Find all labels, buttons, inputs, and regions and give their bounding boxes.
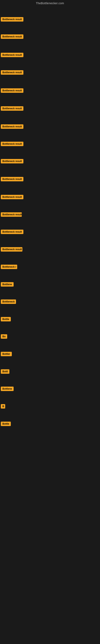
badge-row-16: Bottlene — [1, 282, 14, 288]
badge-row-4: Bottleneck result — [1, 70, 23, 76]
badge-row-20: Bottler — [1, 352, 12, 357]
bottleneck-badge-4[interactable]: Bottleneck result — [1, 70, 23, 75]
bottleneck-badge-11[interactable]: Bottleneck result — [1, 195, 23, 199]
bottleneck-badge-19[interactable]: Bo — [1, 334, 7, 339]
badge-row-3: Bottleneck result — [1, 53, 23, 58]
bottleneck-badge-21[interactable]: Bottl — [1, 369, 9, 374]
badge-row-10: Bottleneck result — [1, 177, 23, 182]
badge-row-24: Bottle — [1, 422, 11, 427]
badge-row-22: Bottlene — [1, 386, 14, 392]
bottleneck-badge-16[interactable]: Bottlene — [1, 282, 14, 286]
bottleneck-badge-14[interactable]: Bottleneck result — [1, 247, 22, 252]
bottleneck-badge-6[interactable]: Bottleneck result — [1, 106, 23, 111]
bottleneck-badge-24[interactable]: Bottle — [1, 422, 11, 426]
site-title: TheBottlenecker.com — [0, 0, 100, 6]
badge-row-6: Bottleneck result — [1, 106, 23, 112]
badges-container: Bottleneck resultBottleneck resultBottle… — [0, 6, 100, 644]
badge-row-11: Bottleneck result — [1, 195, 23, 200]
bottleneck-badge-12[interactable]: Bottleneck result — [1, 212, 22, 217]
bottleneck-badge-17[interactable]: Bottleneck — [1, 300, 16, 304]
bottleneck-badge-20[interactable]: Bottler — [1, 352, 12, 356]
badge-row-23: B — [1, 404, 5, 409]
bottleneck-badge-5[interactable]: Bottleneck result — [1, 88, 23, 93]
bottleneck-badge-18[interactable]: Bottle — [1, 317, 11, 322]
badge-row-2: Bottleneck result — [1, 34, 23, 40]
badge-row-5: Bottleneck result — [1, 88, 23, 94]
badge-row-15: Bottleneck r — [1, 265, 17, 270]
bottleneck-badge-3[interactable]: Bottleneck result — [1, 53, 23, 57]
badge-row-8: Bottleneck result — [1, 142, 23, 147]
badge-row-9: Bottleneck result — [1, 159, 23, 164]
badge-row-21: Bottl — [1, 369, 9, 374]
bottleneck-badge-7[interactable]: Bottleneck result — [1, 124, 23, 129]
bottleneck-badge-9[interactable]: Bottleneck result — [1, 159, 23, 164]
badge-row-19: Bo — [1, 334, 7, 340]
bottleneck-badge-23[interactable]: B — [1, 404, 5, 408]
badge-row-13: Bottleneck result — [1, 230, 23, 235]
bottleneck-badge-1[interactable]: Bottleneck result — [1, 17, 23, 22]
bottleneck-badge-15[interactable]: Bottleneck r — [1, 265, 17, 269]
badge-row-14: Bottleneck result — [1, 247, 22, 252]
bottleneck-badge-2[interactable]: Bottleneck result — [1, 34, 23, 39]
badge-row-17: Bottleneck — [1, 300, 16, 305]
badge-row-18: Bottle — [1, 317, 11, 322]
badge-row-12: Bottleneck result — [1, 212, 22, 218]
bottleneck-badge-8[interactable]: Bottleneck result — [1, 142, 23, 146]
badge-row-7: Bottleneck result — [1, 124, 23, 130]
badge-row-1: Bottleneck result — [1, 17, 23, 22]
bottleneck-badge-22[interactable]: Bottlene — [1, 386, 14, 391]
bottleneck-badge-13[interactable]: Bottleneck result — [1, 230, 23, 234]
bottleneck-badge-10[interactable]: Bottleneck result — [1, 177, 23, 181]
